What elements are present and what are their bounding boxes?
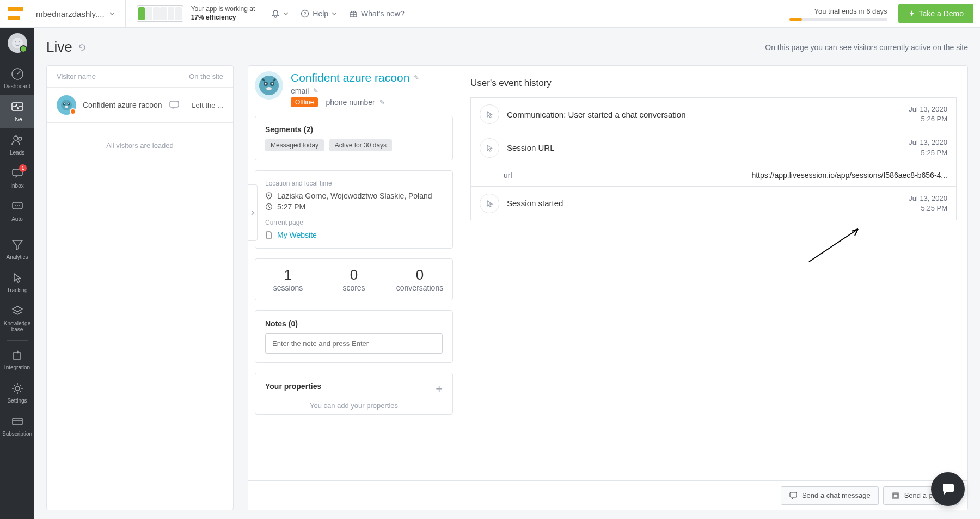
chat-fab[interactable] bbox=[931, 472, 965, 506]
bell-icon bbox=[271, 9, 280, 18]
svg-point-22 bbox=[65, 106, 68, 108]
sidebar-item-integration[interactable]: Integration bbox=[0, 343, 34, 376]
sidebar-item-settings[interactable]: Settings bbox=[0, 376, 34, 409]
event-history-title: User's event history bbox=[470, 78, 957, 89]
card-icon bbox=[10, 415, 24, 429]
pin-icon bbox=[265, 192, 273, 200]
cursor-icon bbox=[480, 138, 499, 158]
profile-email: email ✎ bbox=[291, 86, 419, 95]
chat-bubble-icon bbox=[940, 481, 955, 497]
event-item[interactable]: Session started Jul 13, 20205:25 PM bbox=[470, 187, 957, 220]
page-header: Live On this page you can see visitors c… bbox=[46, 39, 968, 55]
visitor-avatar bbox=[57, 95, 76, 115]
svg-point-17 bbox=[61, 100, 72, 110]
help-button[interactable]: ? Help bbox=[301, 9, 337, 18]
svg-point-3 bbox=[12, 38, 23, 48]
chevron-down-icon bbox=[332, 11, 337, 16]
trial-status: You trial ends in 6 days bbox=[789, 7, 887, 21]
svg-point-8 bbox=[14, 136, 18, 140]
gift-icon bbox=[349, 9, 358, 18]
edit-name-button[interactable]: ✎ bbox=[414, 74, 419, 82]
chat-icon bbox=[169, 100, 180, 110]
stats-row: 1sessions 0scores 0conversations bbox=[255, 258, 453, 300]
segment-chip[interactable]: Messaged today bbox=[265, 139, 324, 151]
segment-chip[interactable]: Active for 30 days bbox=[329, 139, 392, 151]
svg-rect-23 bbox=[170, 101, 179, 107]
chevron-down-icon bbox=[283, 11, 289, 16]
col-on-site: On the site bbox=[189, 72, 223, 81]
cursor-icon bbox=[480, 194, 499, 213]
event-url-row[interactable]: url https://app.livesession.io/app/sessi… bbox=[470, 164, 957, 187]
funnel-icon bbox=[10, 238, 24, 252]
chat-icon bbox=[789, 491, 798, 500]
details-panel: Confident azure racoon ✎ email ✎ Offline… bbox=[248, 65, 968, 510]
svg-point-30 bbox=[268, 195, 270, 196]
refresh-icon[interactable] bbox=[78, 43, 87, 52]
help-icon: ? bbox=[301, 9, 309, 18]
take-demo-button[interactable]: Take a Demo bbox=[898, 4, 973, 23]
page-icon bbox=[265, 231, 273, 239]
visitor-name: Confident azure racoon bbox=[83, 101, 162, 109]
add-property-button[interactable]: + bbox=[436, 382, 443, 396]
puzzle-icon bbox=[10, 348, 24, 362]
svg-point-21 bbox=[68, 103, 69, 104]
trial-progress-bar bbox=[789, 18, 887, 21]
collapse-handle[interactable] bbox=[248, 184, 258, 241]
sidebar-item-inbox[interactable]: 1 Inbox bbox=[0, 161, 34, 194]
clock-icon bbox=[265, 203, 273, 211]
local-time: 5:27 PM bbox=[277, 202, 305, 211]
edit-email-button[interactable]: ✎ bbox=[313, 87, 318, 95]
offline-badge: Offline bbox=[291, 97, 318, 107]
chevron-down-icon bbox=[109, 10, 115, 17]
sidebar: Dashboard Live Leads 1 Inbox Auto Analyt… bbox=[0, 28, 34, 519]
cursor-icon bbox=[10, 271, 24, 285]
event-item[interactable]: Session URL Jul 13, 20205:25 PM bbox=[470, 131, 957, 164]
workspace-name: mbednarzdashly.... bbox=[36, 9, 105, 18]
event-item[interactable]: Communication: User started a chat conve… bbox=[470, 97, 957, 131]
sidebar-item-live[interactable]: Live bbox=[0, 95, 34, 128]
chevron-right-icon bbox=[250, 209, 255, 216]
session-url-link[interactable]: https://app.livesession.io/app/sessions/… bbox=[751, 171, 947, 180]
stat-conversations[interactable]: 0conversations bbox=[387, 259, 452, 300]
profile-name: Confident azure racoon ✎ bbox=[291, 71, 419, 84]
topbar: mbednarzdashly.... Your app is working a… bbox=[0, 0, 980, 28]
arrow-annotation bbox=[804, 224, 869, 267]
svg-point-14 bbox=[19, 205, 20, 206]
bolt-icon bbox=[908, 10, 916, 17]
details-footer: Send a chat message Send a pop-up bbox=[248, 480, 967, 510]
profile-avatar bbox=[255, 71, 283, 100]
svg-point-15 bbox=[15, 386, 20, 391]
sidebar-item-kb[interactable]: Knowledge base bbox=[0, 299, 34, 338]
svg-point-12 bbox=[15, 205, 16, 206]
sidebar-item-tracking[interactable]: Tracking bbox=[0, 265, 34, 299]
visitor-row[interactable]: Confident azure racoon Left the ... bbox=[47, 88, 233, 123]
page-title: Live bbox=[46, 39, 87, 55]
sidebar-item-analytics[interactable]: Analytics bbox=[0, 232, 34, 265]
visitor-status: Left the ... bbox=[192, 101, 223, 109]
sidebar-item-leads[interactable]: Leads bbox=[0, 128, 34, 161]
sidebar-item-auto[interactable]: Auto bbox=[0, 194, 34, 227]
workspace-selector[interactable]: mbednarzdashly.... bbox=[26, 0, 126, 27]
send-chat-button[interactable]: Send a chat message bbox=[781, 486, 879, 505]
notifications-button[interactable] bbox=[271, 9, 289, 18]
sidebar-item-dashboard[interactable]: Dashboard bbox=[0, 61, 34, 95]
svg-point-24 bbox=[259, 76, 279, 95]
app-logo[interactable] bbox=[0, 0, 26, 27]
svg-rect-34 bbox=[893, 494, 898, 497]
svg-point-13 bbox=[17, 205, 18, 206]
popup-icon bbox=[891, 491, 900, 500]
efficiency-text: Your app is working at 17% efficiency bbox=[191, 5, 255, 22]
stat-sessions[interactable]: 1sessions bbox=[255, 259, 321, 300]
efficiency-widget[interactable]: Your app is working at 17% efficiency bbox=[126, 5, 266, 22]
racoon-icon bbox=[60, 98, 73, 112]
sidebar-item-subscription[interactable]: Subscription bbox=[0, 409, 34, 442]
user-avatar[interactable] bbox=[8, 33, 27, 53]
note-input[interactable] bbox=[265, 333, 443, 354]
col-visitor-name: Visitor name bbox=[57, 72, 96, 81]
stat-scores[interactable]: 0scores bbox=[321, 259, 387, 300]
svg-point-20 bbox=[64, 103, 65, 104]
whats-new-button[interactable]: What's new? bbox=[349, 9, 405, 18]
edit-phone-button[interactable]: ✎ bbox=[379, 98, 385, 106]
current-page-link[interactable]: My Website bbox=[277, 231, 317, 239]
efficiency-meter bbox=[137, 5, 183, 22]
